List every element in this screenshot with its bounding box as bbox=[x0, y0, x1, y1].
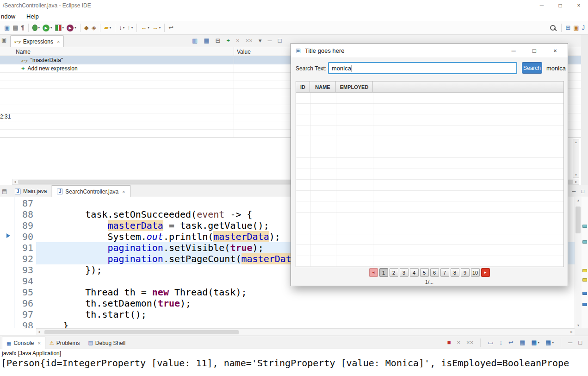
column-header-name[interactable]: NAME bbox=[310, 81, 336, 92]
profile-icon[interactable]: ▶▾ bbox=[65, 24, 78, 32]
pagination-page-10[interactable]: 10 bbox=[471, 268, 480, 277]
console-output[interactable]: [Person{id=IntegerProperty [value: 11], … bbox=[1, 357, 588, 376]
close-icon[interactable]: × bbox=[548, 44, 562, 57]
annotation-marker[interactable] bbox=[582, 303, 587, 306]
maximize-icon[interactable]: □ bbox=[527, 44, 541, 57]
editor-tab-main-java[interactable]: JMain.java bbox=[10, 185, 52, 197]
pagination-prev-button[interactable]: ◄ bbox=[369, 268, 378, 277]
next-annotation-icon[interactable]: ↓▾ bbox=[118, 23, 126, 32]
pagination-page-2[interactable]: 2 bbox=[390, 268, 398, 277]
menu-item-ndow[interactable]: ndow bbox=[1, 13, 15, 20]
annotation-marker[interactable] bbox=[582, 278, 587, 282]
code-line[interactable]: 98 } bbox=[0, 320, 575, 328]
show-whitespace-icon[interactable]: ¶ bbox=[20, 23, 26, 32]
scroll-left-icon[interactable]: ◄ bbox=[13, 180, 17, 183]
save-icon[interactable]: ▤ bbox=[11, 23, 19, 32]
pagination-page-5[interactable]: 5 bbox=[420, 268, 429, 277]
minimize-icon[interactable]: ─ bbox=[572, 188, 576, 194]
code-line[interactable]: 96 th.setDaemon(true); bbox=[0, 298, 575, 309]
pin-console-icon[interactable]: ▦ bbox=[518, 338, 526, 347]
java-ee-perspective-icon[interactable]: ▣ bbox=[572, 23, 580, 32]
minimize-icon[interactable]: ─ bbox=[567, 338, 574, 347]
editor-horizontal-scrollbar[interactable]: ◄ ► bbox=[36, 328, 575, 335]
scroll-down-icon[interactable]: ▾ bbox=[575, 173, 577, 176]
dropdown-arrow-icon[interactable]: ▾ bbox=[552, 341, 554, 345]
maximize-icon[interactable]: □ bbox=[551, 0, 569, 11]
code-line[interactable]: 97 th.start(); bbox=[0, 309, 575, 320]
dropdown-arrow-icon[interactable]: ▾ bbox=[123, 26, 125, 30]
close-icon[interactable]: × bbox=[57, 39, 60, 44]
pagination-next-button[interactable]: ► bbox=[481, 268, 490, 277]
clear-console-icon[interactable]: ▭ bbox=[486, 338, 495, 347]
word-wrap-icon[interactable]: ↩ bbox=[507, 338, 515, 347]
pagination-page-4[interactable]: 4 bbox=[410, 268, 419, 277]
console-tab-debug-shell[interactable]: ▤Debug Shell bbox=[84, 337, 130, 349]
close-icon[interactable]: × bbox=[569, 0, 588, 11]
column-header-value[interactable]: Value bbox=[237, 49, 251, 55]
pagination-page-7[interactable]: 7 bbox=[440, 268, 449, 277]
detail-vertical-scrollbar[interactable]: ▴ ▾ bbox=[573, 139, 579, 178]
pagination-page-3[interactable]: 3 bbox=[400, 268, 409, 277]
run-icon[interactable]: ▶▾ bbox=[41, 24, 54, 32]
dropdown-arrow-icon[interactable]: ▾ bbox=[62, 26, 64, 30]
collapse-all-icon[interactable]: ⊟ bbox=[214, 36, 222, 45]
new-wizard-icon[interactable]: ▣ bbox=[3, 23, 11, 32]
annotation-marker[interactable] bbox=[582, 240, 587, 244]
editor-list-icon[interactable]: ▤ bbox=[2, 188, 7, 194]
annotation-marker[interactable] bbox=[582, 292, 587, 295]
view-menu-icon[interactable]: ▾ bbox=[257, 36, 263, 45]
search-icon[interactable] bbox=[549, 24, 559, 31]
code-line[interactable]: 95 Thread th = new Thread(task); bbox=[0, 287, 575, 298]
show-logical-structure-icon[interactable]: ▦ bbox=[202, 36, 210, 45]
pagination-page-6[interactable]: 6 bbox=[430, 268, 439, 277]
close-icon[interactable]: × bbox=[37, 340, 40, 346]
column-divider[interactable] bbox=[234, 47, 234, 56]
open-console-icon[interactable]: ▦▾ bbox=[544, 338, 555, 347]
dialog-titlebar[interactable]: ▣ Title goes here ─ □ × bbox=[291, 44, 568, 57]
scrollbar-thumb[interactable] bbox=[44, 330, 239, 334]
maximize-icon[interactable]: □ bbox=[277, 36, 283, 45]
dropdown-arrow-icon[interactable]: ▾ bbox=[38, 26, 40, 30]
scroll-right-icon[interactable]: ► bbox=[570, 330, 573, 333]
maximize-icon[interactable]: □ bbox=[577, 338, 583, 347]
console-tab-console[interactable]: ▦Console× bbox=[2, 337, 45, 349]
scroll-left-icon[interactable]: ◄ bbox=[37, 330, 41, 333]
dropdown-arrow-icon[interactable]: ▾ bbox=[159, 26, 161, 30]
dropdown-arrow-icon[interactable]: ▾ bbox=[148, 26, 149, 30]
scroll-lock-icon[interactable]: ↕ bbox=[498, 338, 504, 347]
pagination-page-8[interactable]: 8 bbox=[451, 268, 459, 277]
layout-icon[interactable]: ▥ bbox=[191, 36, 199, 45]
annotation-marker[interactable] bbox=[582, 225, 587, 228]
pagination-page-9[interactable]: 9 bbox=[461, 268, 470, 277]
editor-tab-searchcontroller-java[interactable]: JSearchController.java× bbox=[52, 185, 130, 197]
back-icon[interactable]: ←▾ bbox=[139, 23, 151, 32]
java-perspective-icon[interactable]: J bbox=[581, 23, 587, 32]
coverage-icon[interactable]: ▾ bbox=[54, 24, 66, 32]
debug-icon[interactable]: ▾ bbox=[31, 24, 42, 32]
search-input[interactable]: monica bbox=[328, 62, 517, 74]
dropdown-arrow-icon[interactable]: ▾ bbox=[131, 26, 133, 30]
console-tab-problems[interactable]: ⚠Problems bbox=[45, 337, 84, 349]
maximize-icon[interactable]: □ bbox=[581, 188, 584, 194]
dropdown-arrow-icon[interactable]: ▾ bbox=[50, 26, 52, 30]
minimize-icon[interactable]: ─ bbox=[532, 0, 551, 11]
results-table[interactable]: IDNAMEEMPLOYED bbox=[296, 81, 564, 267]
last-edit-location-icon[interactable]: ↩ bbox=[167, 23, 175, 32]
scrollbar-thumb[interactable] bbox=[576, 207, 581, 233]
dropdown-arrow-icon[interactable]: ▾ bbox=[110, 26, 111, 30]
new-jar-icon[interactable]: ◆ bbox=[83, 23, 90, 32]
close-icon[interactable]: × bbox=[122, 189, 125, 194]
remove-expression-icon[interactable]: × bbox=[235, 36, 241, 45]
tab-expressions[interactable]: x=y Expressions × bbox=[10, 35, 64, 47]
terminate-icon[interactable]: ■ bbox=[446, 338, 452, 347]
pagination-page-1[interactable]: 1 bbox=[379, 268, 388, 277]
remove-launch-icon[interactable]: × bbox=[456, 338, 462, 347]
dropdown-arrow-icon[interactable]: ▾ bbox=[74, 26, 76, 30]
minimize-icon[interactable]: ─ bbox=[266, 36, 273, 45]
search-flashlight-icon[interactable]: ▰▾ bbox=[103, 23, 113, 32]
scroll-right-icon[interactable]: ► bbox=[575, 180, 578, 183]
scroll-up-icon[interactable]: ▴ bbox=[575, 140, 577, 144]
column-header-id[interactable]: ID bbox=[296, 81, 310, 92]
column-header-name[interactable]: Name bbox=[16, 49, 31, 55]
dropdown-arrow-icon[interactable]: ▾ bbox=[538, 341, 540, 345]
